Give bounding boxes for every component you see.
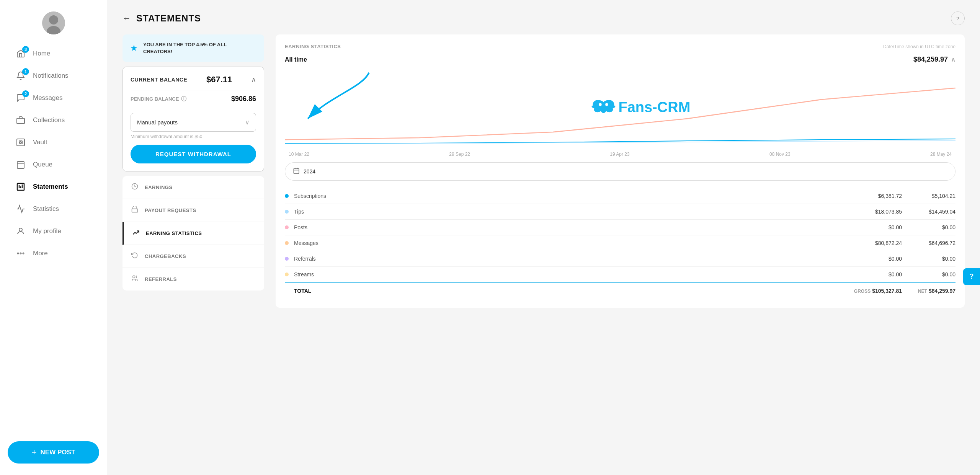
section-chargebacks[interactable]: CHARGEBACKS [122,245,264,268]
balance-header: CURRENT BALANCE $67.11 ∧ [131,75,256,85]
sidebar-item-vault[interactable]: Vault [4,132,103,153]
messages-net: $64,696.72 [902,240,956,246]
chart-date-2: 29 Sep 22 [449,152,470,157]
chevron-up-icon[interactable]: ∧ [251,75,256,84]
help-button[interactable]: ? [951,11,965,25]
utc-note: Date/Time shown in UTC time zone [883,44,956,49]
sidebar-item-more[interactable]: More [4,243,103,264]
sidebar: 3 Home 1 Notifications 2 Messages Colle [0,0,107,475]
stats-row-subscriptions: Subscriptions $6,381.72 $5,104.21 [285,188,956,204]
streams-gross: $0.00 [841,271,902,277]
chart-date-3: 19 Apr 23 [610,152,629,157]
time-filter-chevron-icon[interactable]: ∧ [951,56,956,63]
stats-row-referrals: Referrals $0.00 $0.00 [285,251,956,267]
streams-dot [285,273,289,276]
svg-point-15 [19,228,22,231]
stats-row-streams: Streams $0.00 $0.00 [285,267,956,282]
pending-balance-amount: $906.86 [231,95,256,103]
section-earnings-label: EARNINGS [145,184,173,190]
time-filter-label: All time [285,56,307,63]
statements-icon-wrap [15,181,26,192]
messages-icon-wrap: 2 [15,93,26,103]
svg-rect-4 [17,139,24,146]
total-net: NET$84,259.97 [902,288,956,294]
svg-rect-26 [294,168,299,174]
avatar [42,11,65,34]
current-balance-label: CURRENT BALANCE [131,77,187,83]
sidebar-item-notifications-label: Notifications [33,72,69,80]
chart-date-5: 28 May 24 [930,152,952,157]
earnings-icon [130,183,139,192]
time-filter-amount: $84,259.97 ∧ [913,55,956,64]
sidebar-item-messages[interactable]: 2 Messages [4,87,103,109]
payout-requests-icon [130,206,139,215]
posts-net: $0.00 [902,224,956,230]
section-referrals-label: REFERRALS [145,276,177,282]
back-button[interactable]: ← [122,13,131,23]
referrals-dot [285,257,289,261]
sidebar-item-notifications[interactable]: 1 Notifications [4,65,103,87]
info-icon[interactable]: ⓘ [181,96,186,103]
myprofile-icon-wrap [15,226,26,237]
page-header-left: ← STATEMENTS [122,13,201,24]
floating-help-button[interactable]: ? [963,268,980,285]
svg-point-21 [133,276,135,278]
earning-stats-title: EARNING STATISTICS [285,44,341,49]
messages-badge: 2 [22,90,29,97]
svg-point-16 [18,253,19,254]
date-picker-input[interactable]: 2024 [285,162,956,181]
payout-method-select[interactable]: Manual payouts ∨ [131,113,256,132]
sidebar-item-vault-label: Vault [33,139,47,146]
sidebar-item-statistics[interactable]: Statistics [4,198,103,220]
referrals-icon [130,275,139,284]
svg-rect-3 [17,118,24,124]
stats-row-total: TOTAL GROSS$105,327.81 NET$84,259.97 [285,282,956,299]
tips-dot [285,210,289,214]
notifications-badge: 1 [22,68,29,75]
messages-gross: $80,872.24 [841,240,902,246]
section-earning-statistics[interactable]: EARNING STATISTICS [122,222,264,245]
right-panel: EARNING STATISTICS Date/Time shown in UT… [276,34,965,308]
referrals-label: Referrals [294,256,841,262]
tips-label: Tips [294,209,841,215]
section-earnings[interactable]: EARNINGS [122,176,264,199]
earning-statistics-icon [131,229,140,238]
subscriptions-label: Subscriptions [294,193,841,199]
svg-rect-20 [132,209,138,212]
chart-dates: 10 Mar 22 29 Sep 22 19 Apr 23 08 Nov 23 … [285,152,956,157]
sidebar-item-home[interactable]: 3 Home [4,43,103,64]
new-post-button[interactable]: + NEW POST [8,441,99,464]
date-picker-row: 2024 [285,162,956,181]
earning-statistics-card: EARNING STATISTICS Date/Time shown in UT… [276,34,965,308]
svg-point-1 [49,15,58,24]
new-post-label: NEW POST [41,449,75,456]
top-creator-text: YOU ARE IN THE TOP 4.5% OF ALL CREATORS! [143,41,256,55]
more-icon-wrap [15,248,26,259]
min-withdrawal-text: Minimum withdrawal amount is $50 [131,134,256,139]
pending-row: PENDING BALANCE ⓘ $906.86 [131,90,256,108]
sidebar-item-myprofile-label: My profile [33,227,61,235]
sidebar-item-statistics-label: Statistics [33,205,59,213]
sidebar-item-myprofile[interactable]: My profile [4,220,103,242]
svg-point-18 [23,253,24,254]
total-dot [285,289,289,293]
stats-table: Subscriptions $6,381.72 $5,104.21 Tips $… [285,188,956,299]
svg-rect-7 [17,162,24,168]
section-payout-requests[interactable]: PAYOUT REQUESTS [122,199,264,222]
sidebar-item-collections[interactable]: Collections [4,109,103,131]
tips-net: $14,459.04 [902,209,956,215]
content-layout: ★ YOU ARE IN THE TOP 4.5% OF ALL CREATOR… [122,34,965,308]
sidebar-item-queue[interactable]: Queue [4,154,103,175]
tips-gross: $18,073.85 [841,209,902,215]
total-label: TOTAL [294,288,841,294]
sidebar-item-statements[interactable]: Statements [4,176,103,198]
referrals-gross: $0.00 [841,256,902,262]
section-referrals[interactable]: REFERRALS [122,268,264,291]
streams-net: $0.00 [902,271,956,277]
subscriptions-gross: $6,381.72 [841,193,902,199]
posts-gross: $0.00 [841,224,902,230]
request-withdrawal-button[interactable]: REQUEST WITHDRAWAL [131,145,256,163]
earnings-chart [285,69,956,145]
messages-label: Messages [294,240,841,246]
dropdown-chevron-icon: ∨ [245,119,250,126]
